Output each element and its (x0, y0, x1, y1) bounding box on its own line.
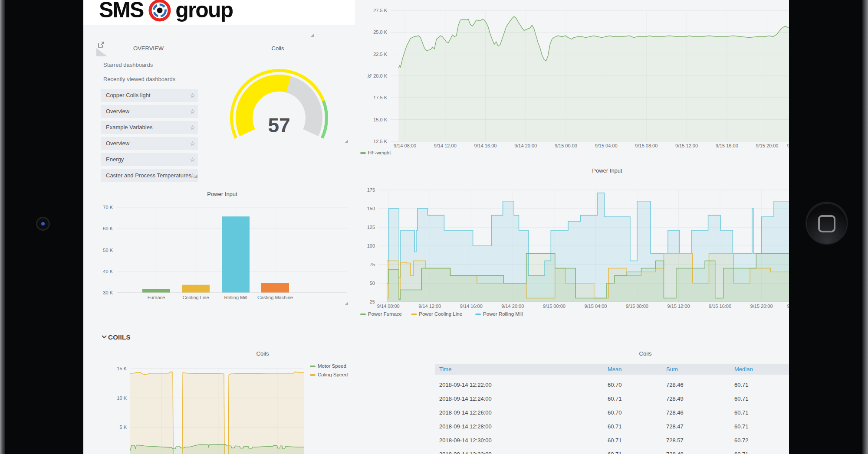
svg-text:Furnace: Furnace (148, 295, 165, 300)
table-cell: 60.70 (608, 378, 622, 392)
table-column-header-mean[interactable]: Mean (608, 364, 622, 375)
logo-word-sms: SMS (99, 0, 143, 23)
dashboard-item-label: Overview (106, 108, 129, 114)
star-icon[interactable]: ☆ (190, 137, 195, 150)
dashboard-list-item[interactable]: Overview☆ (101, 105, 198, 118)
table-cell: 2018-09-14 12:28:00 (439, 420, 492, 434)
bar-rolling-mill[interactable] (222, 216, 250, 293)
chevron-down-icon[interactable] (102, 335, 107, 339)
coils-gauge: 57 (208, 52, 347, 147)
svg-text:9/15 12:00: 9/15 12:00 (667, 304, 690, 309)
table-cell: 60.71 (608, 392, 622, 406)
table-row: 2018-09-14 12:30:0060.71728.5760.72 (435, 434, 789, 447)
svg-text:9/15 04:00: 9/15 04:00 (595, 143, 618, 148)
gauge-panel-title[interactable]: Coils (208, 45, 347, 52)
dashboard-list-item[interactable]: Overview☆ (101, 137, 198, 150)
svg-text:Cooling Line: Cooling Line (182, 295, 209, 300)
table-cell: 60.71 (734, 392, 749, 406)
tablet-frame: SMS group OVERVIEW Starred dashboards Re… (0, 0, 868, 454)
table-cell: 2018-09-14 12:22:00 (439, 378, 492, 392)
svg-text:9/15 20:00: 9/15 20:00 (750, 304, 773, 309)
svg-text:Coling Speed: Coling Speed (318, 372, 348, 377)
legend-item[interactable]: Power Cooling Line (411, 311, 462, 317)
bars (142, 216, 289, 293)
section-header-coiils[interactable]: COIILS (108, 333, 131, 341)
dashboard-item-label: Energy (106, 156, 124, 163)
table-row: 2018-09-14 12:26:0060.70728.4660.71 (435, 406, 789, 420)
svg-text:9/: 9/ (787, 143, 789, 148)
gauge-value: 57 (268, 114, 290, 137)
svg-text:27.5 K: 27.5 K (373, 8, 387, 13)
legend-item[interactable]: Power Rolling Mill (475, 311, 523, 317)
svg-text:40 K: 40 K (103, 269, 113, 274)
logo-word-group: group (175, 0, 233, 23)
table-row: 2018-09-14 12:32:0060.71728.4860.71 (435, 447, 789, 454)
table-column-header-median[interactable]: Median (734, 364, 753, 375)
panel-resize-handle[interactable] (345, 302, 348, 305)
svg-text:HF-weight: HF-weight (368, 150, 391, 155)
star-icon[interactable]: ☆ (190, 89, 195, 102)
bar-cooling-line[interactable] (182, 285, 210, 293)
chart-legend: Motor SpeedColing Speed (310, 363, 348, 377)
svg-text:9/15 08:00: 9/15 08:00 (635, 143, 658, 148)
overview-panel-title[interactable]: OVERVIEW (96, 45, 201, 52)
front-camera (36, 217, 50, 231)
svg-text:Motor Speed: Motor Speed (318, 363, 346, 369)
svg-text:9/15 16:00: 9/15 16:00 (709, 304, 731, 309)
recent-dashboards-label[interactable]: Recently viewed dashboards (103, 76, 175, 82)
table-row: 2018-09-14 12:22:0060.70728.4660.71 (435, 378, 789, 392)
svg-text:9/15 04:00: 9/15 04:00 (584, 304, 607, 309)
dashboard-list-item[interactable]: Caster and Process Temperatures☆ (101, 169, 198, 182)
legend-item[interactable]: HF-weight (360, 150, 391, 155)
svg-text:20.0 K: 20.0 K (373, 73, 387, 78)
home-button[interactable] (806, 203, 848, 245)
svg-text:5 K: 5 K (119, 425, 127, 430)
svg-text:9/14 20:00: 9/14 20:00 (501, 304, 524, 309)
bar-casting-machine[interactable] (261, 283, 289, 293)
panel-resize-handle[interactable] (310, 34, 314, 37)
star-icon[interactable]: ☆ (190, 153, 195, 166)
svg-text:10 K: 10 K (117, 395, 127, 401)
table-cell: 60.71 (608, 434, 622, 447)
legend-item[interactable]: Coling Speed (310, 372, 348, 377)
bar-furnace[interactable] (142, 289, 170, 293)
table-cell: 60.71 (734, 447, 749, 454)
svg-text:70 K: 70 K (103, 205, 113, 210)
home-button-icon (818, 215, 835, 232)
svg-text:9/15 12:00: 9/15 12:00 (675, 143, 698, 148)
svg-text:9/15 16:00: 9/15 16:00 (716, 143, 738, 148)
tablet-left-edge (0, 0, 5, 454)
power-input-time-chart: 1751501251007550259/14 08:009/14 12:009/… (356, 164, 789, 320)
svg-text:75: 75 (370, 262, 375, 267)
svg-text:9/15 08:00: 9/15 08:00 (626, 304, 648, 309)
panel-resize-handle[interactable] (194, 174, 197, 178)
dashboard-list-item[interactable]: Copper Coils light☆ (101, 89, 198, 102)
dashboard-list-item[interactable]: Energy☆ (101, 153, 198, 166)
dashboard-list-item[interactable]: Example Variables☆ (101, 121, 198, 134)
star-icon[interactable]: ☆ (190, 105, 195, 118)
legend-item[interactable]: Power Furnace (360, 311, 402, 317)
svg-text:25.0 K: 25.0 K (373, 29, 387, 35)
panel-resize-handle[interactable] (345, 140, 348, 143)
dashboard-item-label: Copper Coils light (106, 92, 151, 98)
table-column-header-sum[interactable]: Sum (666, 364, 678, 375)
starred-dashboards-label[interactable]: Starred dashboards (103, 62, 153, 68)
svg-text:50 K: 50 K (103, 248, 113, 253)
svg-text:9/: 9/ (787, 304, 789, 309)
table-cell: 60.71 (734, 420, 749, 434)
star-icon[interactable]: ☆ (190, 121, 195, 134)
dashboard-item-label: Overview (106, 140, 129, 147)
chart-series (387, 193, 789, 302)
table-cell: 2018-09-14 12:32:00 (439, 447, 492, 454)
tablet-right-edge (862, 0, 868, 454)
dashboard-screen: SMS group OVERVIEW Starred dashboards Re… (83, 0, 789, 454)
svg-text:150: 150 (367, 206, 375, 211)
table-cell: 728.47 (666, 420, 684, 434)
svg-text:Power Cooling Line: Power Cooling Line (419, 311, 462, 317)
svg-text:Casting Machine: Casting Machine (257, 295, 293, 300)
axis-labels: 15 K10 K5 K (117, 366, 127, 430)
table-cell: 60.70 (608, 406, 622, 420)
table-column-header-time[interactable]: Time (439, 364, 451, 375)
legend-item[interactable]: Motor Speed (310, 363, 346, 369)
table-row: 2018-09-14 12:24:0060.71728.4960.71 (435, 392, 789, 406)
